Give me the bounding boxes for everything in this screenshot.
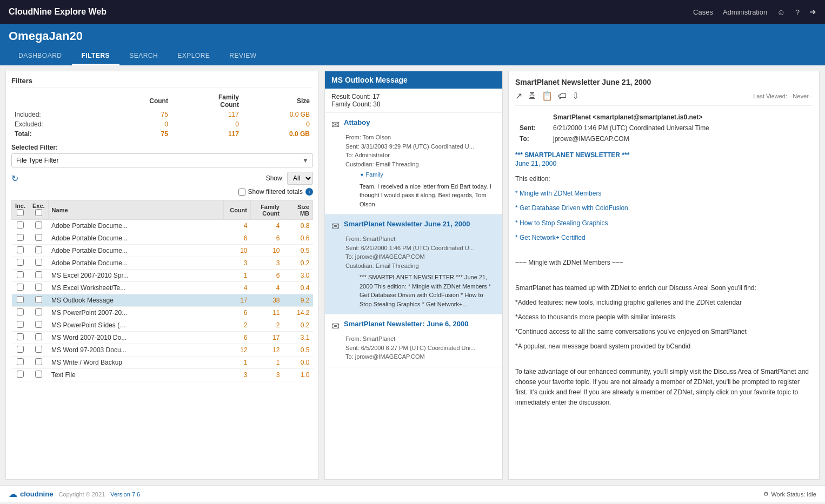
inc-cell[interactable]	[12, 357, 29, 369]
external-link-icon[interactable]: ↗	[515, 91, 522, 101]
list-item[interactable]: ✉ Attaboy From: Tom Olson Sent: 3/31/200…	[325, 113, 502, 214]
table-row[interactable]: MS Write / Word Backup 1 1 0.0	[12, 357, 313, 369]
inc-checkbox[interactable]	[17, 371, 24, 378]
table-row[interactable]: Adobe Portable Docume... 4 4 0.8	[12, 220, 313, 232]
inc-checkbox[interactable]	[17, 259, 24, 266]
tab-search[interactable]: SEARCH	[119, 48, 168, 65]
exc-checkbox[interactable]	[35, 371, 42, 378]
message-title: SmartPlanet Newsletter: June 6, 2000	[344, 320, 469, 328]
inc-checkbox[interactable]	[17, 296, 24, 303]
table-row[interactable]: Adobe Portable Docume... 3 3 0.2	[12, 257, 313, 270]
inc-checkbox[interactable]	[17, 308, 24, 315]
filter-type-select[interactable]: File Type Filter	[11, 153, 313, 167]
exc-cell[interactable]	[29, 357, 48, 369]
tab-review[interactable]: REVIEW	[219, 48, 266, 65]
exc-checkbox[interactable]	[35, 321, 42, 328]
admin-link[interactable]: Administration	[723, 8, 767, 16]
message-body: Team, I received a nice letter from Ed B…	[345, 182, 496, 209]
print-icon[interactable]: 🖶	[528, 91, 536, 101]
list-item[interactable]: ✉ SmartPlanet Newsletter: June 6, 2000 F…	[325, 314, 502, 367]
exc-cell[interactable]	[29, 220, 48, 232]
inc-checkbox[interactable]	[17, 321, 24, 328]
show-filtered-checkbox[interactable]	[238, 189, 245, 196]
row-family-count: 1	[251, 357, 283, 369]
table-row[interactable]: Adobe Portable Docume... 10 10 0.5	[12, 245, 313, 257]
email-detail-panel: SmartPlanet Newsletter June 21, 2000 ↗ 🖶…	[508, 71, 820, 480]
inc-cell[interactable]	[12, 344, 29, 357]
table-row[interactable]: MS PowerPoint 2007-20... 6 11 14.2	[12, 307, 313, 319]
exc-checkbox[interactable]	[35, 259, 42, 266]
inc-checkbox[interactable]	[17, 333, 24, 340]
inc-checkbox[interactable]	[17, 346, 24, 353]
tab-filters[interactable]: FILTERS	[72, 48, 120, 65]
row-family-count: 10	[251, 245, 283, 257]
row-family-count: 4	[251, 220, 283, 232]
exc-cell[interactable]	[29, 257, 48, 270]
info-icon[interactable]: i	[305, 188, 313, 196]
exc-checkbox[interactable]	[35, 346, 42, 353]
show-select[interactable]: All	[287, 172, 313, 185]
tag-icon[interactable]: 🏷	[558, 91, 567, 101]
help-icon[interactable]: ?	[795, 8, 800, 17]
exc-checkbox[interactable]	[35, 333, 42, 340]
inc-cell[interactable]	[12, 270, 29, 282]
exc-cell[interactable]	[29, 270, 48, 282]
inc-cell[interactable]	[12, 307, 29, 319]
tab-explore[interactable]: EXPLORE	[168, 48, 219, 65]
body-item: * Get Network+ Certified	[515, 233, 813, 243]
table-row[interactable]: MS Excel Worksheet/Te... 4 4 0.4	[12, 282, 313, 294]
exc-cell[interactable]	[29, 282, 48, 294]
inc-checkbox[interactable]	[17, 284, 24, 291]
inc-cell[interactable]	[12, 257, 29, 270]
table-row[interactable]: Text File 3 3 1.0	[12, 369, 313, 381]
exc-checkbox[interactable]	[35, 308, 42, 315]
exc-checkbox[interactable]	[35, 221, 42, 229]
list-item[interactable]: ✉ SmartPlanet Newsletter June 21, 2000 F…	[325, 214, 502, 314]
logout-icon[interactable]: ➜	[809, 7, 816, 17]
inc-select-all[interactable]	[17, 209, 24, 216]
exc-checkbox[interactable]	[35, 234, 42, 241]
exc-checkbox[interactable]	[35, 358, 42, 365]
exc-cell[interactable]	[29, 245, 48, 257]
copy-icon[interactable]: 📋	[542, 91, 553, 101]
inc-checkbox[interactable]	[17, 246, 24, 253]
table-row[interactable]: MS PowerPoint Slides (… 2 2 0.2	[12, 319, 313, 332]
inc-cell[interactable]	[12, 332, 29, 344]
exc-cell[interactable]	[29, 344, 48, 357]
inc-cell[interactable]	[12, 245, 29, 257]
exc-cell[interactable]	[29, 319, 48, 332]
inc-checkbox[interactable]	[17, 234, 24, 241]
inc-cell[interactable]	[12, 220, 29, 232]
sent-field: Sent: 6/5/2000 8:27 PM (UTC) Coordinated…	[345, 344, 496, 353]
exc-checkbox[interactable]	[35, 246, 42, 253]
inc-checkbox[interactable]	[17, 271, 24, 278]
exc-cell[interactable]	[29, 332, 48, 344]
exc-checkbox[interactable]	[35, 284, 42, 291]
cases-link[interactable]: Cases	[693, 8, 713, 16]
inc-cell[interactable]	[12, 319, 29, 332]
exc-select-all[interactable]	[35, 209, 42, 216]
exc-checkbox[interactable]	[35, 271, 42, 278]
inc-cell[interactable]	[12, 232, 29, 245]
user-icon[interactable]: ☺	[777, 8, 785, 17]
sent-label: Sent:	[516, 123, 549, 133]
exc-cell[interactable]	[29, 369, 48, 381]
table-row[interactable]: Adobe Portable Docume... 6 6 0.6	[12, 232, 313, 245]
table-row[interactable]: MS Outlook Message 17 38 9.2	[12, 294, 313, 307]
tab-dashboard[interactable]: DASHBOARD	[9, 48, 72, 65]
exc-checkbox[interactable]	[35, 296, 42, 303]
exc-cell[interactable]	[29, 294, 48, 307]
download-icon[interactable]: ⇩	[572, 91, 579, 101]
exc-cell[interactable]	[29, 232, 48, 245]
refresh-icon[interactable]: ↻	[11, 173, 18, 184]
table-row[interactable]: MS Word 2007-2010 Do... 6 17 3.1	[12, 332, 313, 344]
table-row[interactable]: MS Word 97-2003 Docu... 12 12 0.5	[12, 344, 313, 357]
table-row[interactable]: MS Excel 2007-2010 Spr... 1 6 3.0	[12, 270, 313, 282]
inc-cell[interactable]	[12, 282, 29, 294]
inc-cell[interactable]	[12, 294, 29, 307]
inc-cell[interactable]	[12, 369, 29, 381]
exc-cell[interactable]	[29, 307, 48, 319]
version[interactable]: Version 7.6	[110, 491, 140, 498]
inc-checkbox[interactable]	[17, 358, 24, 365]
inc-checkbox[interactable]	[17, 221, 24, 229]
